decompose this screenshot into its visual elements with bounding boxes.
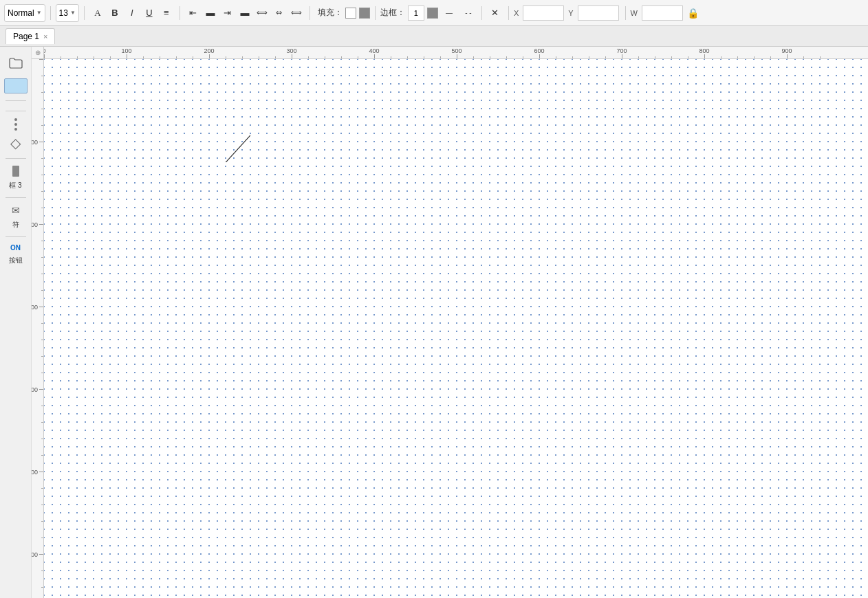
sep8: [625, 6, 626, 20]
ruler-corner[interactable]: ⊕: [32, 47, 44, 59]
sep1: [50, 6, 51, 20]
left-sidebar: ◇ 框 3 ✉ 符 ON 按钮: [0, 47, 32, 598]
drawing-canvas[interactable]: [44, 59, 250, 162]
distribute-h-button[interactable]: ⟺: [254, 5, 270, 21]
main-area: ◇ 框 3 ✉ 符 ON 按钮 ⊕ 0100200300400500600700…: [0, 47, 868, 598]
font-a-button[interactable]: A: [89, 5, 106, 21]
border-style-dashed[interactable]: - -: [460, 5, 477, 21]
tab-close-button[interactable]: ×: [43, 32, 47, 41]
x-label: X: [514, 9, 519, 17]
ruler-top-ticks: 0100200300400500600700800900: [44, 47, 868, 58]
polygon-shape: [185, 128, 250, 162]
sidebar-divider2: [6, 111, 26, 111]
ruler-top: 0100200300400500600700800900: [44, 47, 868, 59]
sep3: [180, 6, 180, 20]
list-button[interactable]: ≡: [158, 5, 175, 21]
x-coord-input[interactable]: [523, 5, 564, 21]
sidebar-divider5: [6, 236, 26, 237]
align-group: ⇤ ▬ ⇥ ▬ ⟺ ⇔ ⟺: [185, 5, 305, 21]
border-color-box[interactable]: [427, 8, 438, 19]
diamond-arrow-icon[interactable]: ◇: [10, 135, 21, 151]
sep5: [375, 6, 376, 20]
font-size-dropdown[interactable]: 13 ▼: [56, 4, 79, 22]
align-right-button[interactable]: ⇥: [219, 5, 236, 21]
paragraph-style-dropdown[interactable]: Normal ▼: [4, 4, 45, 22]
ruler-left-ticks: 100200300400500600700: [32, 59, 43, 598]
sidebar-label-button: 按钮: [9, 256, 23, 265]
paragraph-style-label: Normal: [8, 8, 34, 18]
sidebar-divider1: [6, 100, 26, 101]
page-thumbnail[interactable]: [4, 78, 28, 93]
close-button[interactable]: ✕: [487, 5, 503, 21]
border-style-solid[interactable]: —: [441, 5, 457, 21]
font-size-label: 13: [59, 8, 68, 18]
font-size-chevron-icon: ▼: [70, 10, 76, 16]
distribute-c-button[interactable]: ⇔: [271, 5, 287, 21]
bold-button[interactable]: B: [107, 5, 123, 21]
shapes-group: [182, 100, 250, 162]
ruler-left: 100200300400500600700: [32, 59, 44, 598]
envelope-icon[interactable]: ✉: [12, 205, 20, 216]
sep4: [310, 6, 310, 20]
toolbar: Normal ▼ 13 ▼ A B I U ≡ ⇤ ▬ ⇥ ▬ ⟺ ⇔ ⟺ 填充…: [0, 0, 868, 26]
border-label: 边框：: [380, 7, 405, 19]
page1-tab-label: Page 1: [13, 32, 39, 41]
fill-label: 填充：: [318, 7, 343, 19]
underline-button[interactable]: U: [141, 5, 158, 21]
italic-button[interactable]: I: [124, 5, 140, 21]
format-group: A B I U ≡: [89, 5, 175, 21]
origin-icon: ⊕: [35, 49, 41, 56]
sep2: [84, 6, 85, 20]
sidebar-divider4: [6, 197, 26, 198]
sidebar-dots-menu[interactable]: [14, 118, 17, 131]
sidebar-label-on[interactable]: ON: [10, 244, 21, 252]
page1-tab[interactable]: Page 1 ×: [6, 28, 55, 44]
sidebar-label-symbol: 符: [12, 220, 19, 230]
w-label: W: [631, 9, 638, 17]
sidebar-divider3: [6, 158, 26, 159]
sep7: [508, 6, 509, 20]
y-label: Y: [568, 9, 573, 17]
paragraph-chevron-icon: ▼: [36, 10, 42, 16]
canvas-area[interactable]: ⊕ 0100200300400500600700800900 100200300…: [32, 47, 868, 598]
fill-color-white[interactable]: [345, 8, 356, 19]
y-coord-input[interactable]: [578, 5, 619, 21]
fill-color-gray[interactable]: [359, 8, 370, 19]
shape-icon: [12, 166, 19, 177]
folder-icon[interactable]: [5, 52, 27, 74]
w-input[interactable]: [642, 5, 683, 21]
tabbar: Page 1 ×: [0, 26, 868, 47]
border-value-input[interactable]: [408, 5, 424, 21]
align-center-button[interactable]: ▬: [202, 5, 219, 21]
align-justify-button[interactable]: ▬: [237, 5, 253, 21]
sidebar-label-frame[interactable]: 框 3: [9, 181, 21, 190]
distribute-v-button[interactable]: ⟺: [288, 5, 305, 21]
align-left-button[interactable]: ⇤: [185, 5, 202, 21]
sep6: [481, 6, 482, 20]
lock-icon[interactable]: 🔒: [687, 8, 699, 19]
